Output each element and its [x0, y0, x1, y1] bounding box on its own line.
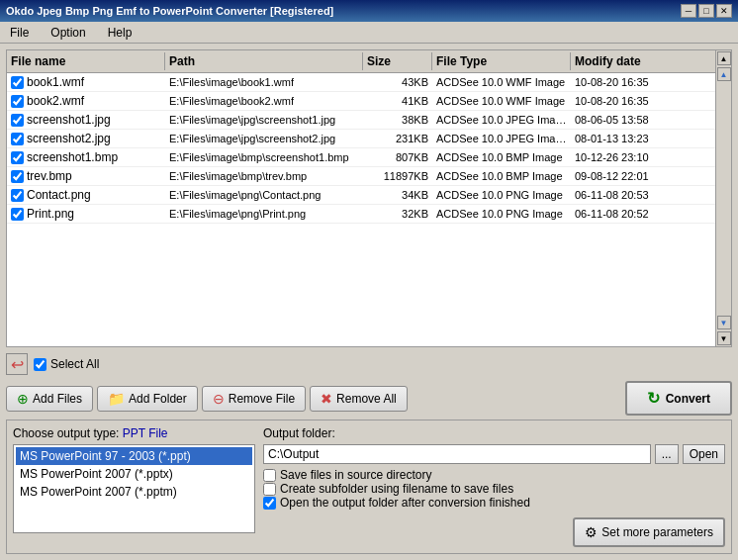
- td-type: ACDSee 10.0 PNG Image: [432, 187, 571, 203]
- scroll-down-button[interactable]: ▼: [717, 316, 731, 329]
- table-row: screenshot1.jpg E:\Files\image\jpg\scree…: [7, 111, 731, 130]
- table-row: screenshot1.bmp E:\Files\image\bmp\scree…: [7, 148, 731, 167]
- action-buttons: ⊕ Add Files 📁 Add Folder ⊖ Remove File ✖…: [6, 386, 408, 412]
- td-filename[interactable]: screenshot1.jpg: [7, 111, 165, 129]
- select-all-container[interactable]: Select All: [34, 357, 99, 371]
- td-size: 32KB: [363, 206, 432, 222]
- table-body: book1.wmf E:\Files\image\book1.wmf 43KB …: [7, 73, 731, 346]
- add-folder-button[interactable]: 📁 Add Folder: [97, 386, 198, 412]
- filename-text: screenshot2.jpg: [27, 132, 111, 145]
- row-checkbox[interactable]: [11, 133, 24, 145]
- scroll-up-button[interactable]: ▲: [717, 67, 731, 81]
- row-checkbox[interactable]: [11, 76, 24, 89]
- maximize-button[interactable]: □: [698, 4, 714, 18]
- td-filename[interactable]: Print.png: [7, 205, 165, 223]
- gear-icon: ⚙: [585, 524, 598, 540]
- output-type-value: PPT File: [123, 426, 168, 440]
- scroll-top-button[interactable]: ▲: [717, 51, 731, 65]
- td-size: 41KB: [363, 93, 432, 109]
- td-filename[interactable]: book2.wmf: [7, 92, 165, 110]
- title-bar: Okdo Jpeg Bmp Png Emf to PowerPoint Conv…: [0, 0, 738, 22]
- option-checkbox[interactable]: [263, 469, 276, 482]
- set-params-button[interactable]: ⚙ Set more parameters: [573, 517, 725, 547]
- window-controls[interactable]: ─ □ ✕: [681, 4, 732, 18]
- td-date: 08-01-13 13:23: [571, 131, 699, 146]
- window-title: Okdo Jpeg Bmp Png Emf to PowerPoint Conv…: [6, 5, 333, 17]
- row-checkbox[interactable]: [11, 170, 24, 183]
- open-folder-button[interactable]: Open: [683, 444, 725, 464]
- menu-option[interactable]: Option: [45, 24, 91, 42]
- back-button[interactable]: ↩: [6, 353, 28, 375]
- checkbox-row[interactable]: Open the output folder after conversion …: [263, 496, 725, 510]
- option-checkbox[interactable]: [263, 483, 276, 496]
- row-checkbox[interactable]: [11, 114, 24, 127]
- row-checkbox[interactable]: [11, 151, 24, 164]
- td-path: E:\Files\image\png\Contact.png: [165, 187, 363, 203]
- bottom-panel: Choose output type: PPT File MS PowerPoi…: [6, 420, 732, 554]
- row-checkbox[interactable]: [11, 189, 24, 202]
- select-all-label[interactable]: Select All: [50, 357, 99, 371]
- td-type: ACDSee 10.0 PNG Image: [432, 206, 571, 222]
- set-params-label: Set more parameters: [601, 525, 713, 539]
- td-type: ACDSee 10.0 JPEG Image: [432, 131, 571, 146]
- convert-icon: ↻: [647, 389, 660, 408]
- remove-file-button[interactable]: ⊖ Remove File: [202, 386, 306, 412]
- td-path: E:\Files\image\jpg\screenshot1.jpg: [165, 112, 363, 128]
- output-type-label: Choose output type: PPT File: [13, 426, 255, 440]
- output-list[interactable]: MS PowerPoint 97 - 2003 (*.ppt)MS PowerP…: [13, 444, 255, 533]
- option-label: Create subfolder using filename to save …: [280, 482, 513, 496]
- td-path: E:\Files\image\bmp\trev.bmp: [165, 168, 363, 184]
- browse-button[interactable]: ...: [655, 444, 679, 464]
- td-date: 10-08-20 16:35: [571, 93, 699, 109]
- col-path: Path: [165, 52, 363, 70]
- output-list-item[interactable]: MS PowerPoint 97 - 2003 (*.ppt): [16, 447, 252, 465]
- table-row: screenshot2.jpg E:\Files\image\jpg\scree…: [7, 130, 731, 148]
- filename-text: book2.wmf: [27, 94, 84, 108]
- td-path: E:\Files\image\jpg\screenshot2.jpg: [165, 131, 363, 146]
- scroll-sidebar[interactable]: ▲ ▲ ▼ ▼: [715, 50, 731, 346]
- select-all-checkbox[interactable]: [34, 358, 46, 371]
- menu-bar: File Option Help: [0, 22, 738, 44]
- td-size: 231KB: [363, 131, 432, 146]
- output-list-item[interactable]: MS PowerPoint 2007 (*.pptm): [16, 483, 252, 501]
- td-type: ACDSee 10.0 BMP Image: [432, 168, 571, 184]
- td-filename[interactable]: trev.bmp: [7, 167, 165, 185]
- table-row: book2.wmf E:\Files\image\book2.wmf 41KB …: [7, 92, 731, 111]
- menu-help[interactable]: Help: [102, 24, 138, 42]
- output-list-item[interactable]: MS PowerPoint 2007 (*.pptx): [16, 465, 252, 483]
- row-checkbox[interactable]: [11, 95, 24, 108]
- option-checkbox[interactable]: [263, 497, 276, 510]
- add-files-button[interactable]: ⊕ Add Files: [6, 386, 93, 412]
- add-folder-label: Add Folder: [129, 392, 187, 406]
- td-type: ACDSee 10.0 WMF Image: [432, 74, 571, 90]
- filename-text: trev.bmp: [27, 169, 72, 183]
- close-button[interactable]: ✕: [716, 4, 732, 18]
- checkbox-row[interactable]: Create subfolder using filename to save …: [263, 482, 725, 496]
- col-filetype: File Type: [432, 52, 571, 70]
- td-path: E:\Files\image\bmp\screenshot1.bmp: [165, 149, 363, 165]
- td-filename[interactable]: Contact.png: [7, 186, 165, 204]
- minimize-button[interactable]: ─: [681, 4, 696, 18]
- folder-row: ... Open: [263, 444, 725, 464]
- scroll-bottom-button[interactable]: ▼: [717, 331, 731, 345]
- menu-file[interactable]: File: [4, 24, 35, 42]
- remove-all-button[interactable]: ✖ Remove All: [310, 386, 408, 412]
- td-filename[interactable]: screenshot1.bmp: [7, 148, 165, 166]
- checkboxes-container: Save files in source directory Create su…: [263, 468, 725, 510]
- row-checkbox[interactable]: [11, 208, 24, 221]
- filename-text: screenshot1.jpg: [27, 113, 111, 127]
- filename-text: screenshot1.bmp: [27, 150, 118, 164]
- td-filename[interactable]: book1.wmf: [7, 73, 165, 91]
- td-filename[interactable]: screenshot2.jpg: [7, 130, 165, 147]
- table-row: Print.png E:\Files\image\png\Print.png 3…: [7, 205, 731, 224]
- folder-path-input[interactable]: [263, 444, 651, 464]
- option-label: Save files in source directory: [280, 468, 431, 482]
- td-date: 10-08-20 16:35: [571, 74, 699, 90]
- add-files-icon: ⊕: [17, 391, 29, 407]
- td-size: 807KB: [363, 149, 432, 165]
- col-size: Size: [363, 52, 432, 70]
- table-header: File name Path Size File Type Modify dat…: [7, 50, 731, 73]
- convert-button[interactable]: ↻ Convert: [625, 381, 732, 416]
- td-date: 10-12-26 23:10: [571, 149, 699, 165]
- checkbox-row[interactable]: Save files in source directory: [263, 468, 725, 482]
